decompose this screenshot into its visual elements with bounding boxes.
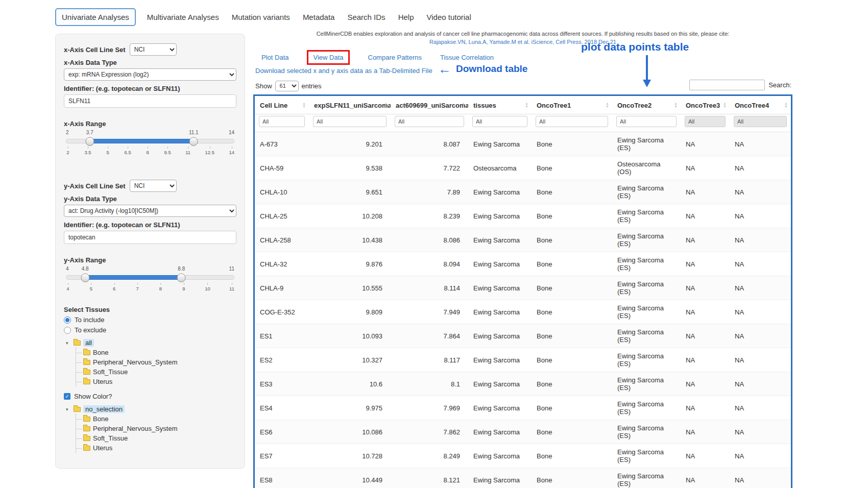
x-cell-line-set-select[interactable]: NCI bbox=[130, 43, 177, 56]
tree-root-label[interactable]: all bbox=[83, 339, 94, 347]
table-row[interactable]: CHLA-910.5558.114Ewing SarcomaBoneEwing … bbox=[255, 276, 791, 300]
table-row[interactable]: ES710.7288.249Ewing SarcomaBoneEwing Sar… bbox=[255, 444, 791, 468]
sort-icon[interactable]: ▲▼ bbox=[784, 102, 788, 108]
table-row[interactable]: COG-E-3529.8097.949Ewing SarcomaBoneEwin… bbox=[255, 300, 791, 324]
nav-tab-metadata[interactable]: Metadata bbox=[301, 9, 336, 26]
table-row[interactable]: A-6739.2018.087Ewing SarcomaBoneEwing Sa… bbox=[255, 132, 791, 156]
tree-item-soft-tissue[interactable]: Soft_Tissue bbox=[76, 433, 236, 443]
sort-icon[interactable]: ▲▼ bbox=[674, 102, 678, 108]
radio-unselected-icon[interactable] bbox=[64, 327, 71, 334]
nav-tab-help[interactable]: Help bbox=[397, 9, 416, 26]
nav-tab-search-ids[interactable]: Search IDs bbox=[346, 9, 387, 26]
annotation-download-label: Download table bbox=[456, 63, 527, 75]
y-range-handle-high[interactable] bbox=[177, 273, 185, 282]
subtab-compare-patterns[interactable]: Compare Patterns bbox=[368, 54, 422, 61]
table-row[interactable]: CHLA-25810.4388.086Ewing SarcomaBoneEwin… bbox=[255, 228, 791, 252]
subtab-tissue-correlation[interactable]: Tissue Correlation bbox=[440, 54, 494, 61]
tree-item-bone[interactable]: Bone bbox=[76, 414, 236, 424]
tissue-include-radio-row[interactable]: To include bbox=[64, 316, 236, 324]
column-filter-cell-line[interactable] bbox=[259, 116, 305, 127]
y-identifier-input[interactable] bbox=[64, 231, 236, 244]
table-cell: 8.1 bbox=[391, 372, 468, 396]
y-range-handle-low[interactable] bbox=[81, 273, 90, 282]
column-header-expslfn11-unisarcoma[interactable]: expSLFN11_uniSarcoma▲▼ bbox=[309, 96, 391, 114]
tree-root-no-selection[interactable]: ▾ no_selection bbox=[66, 404, 236, 414]
table-cell: Ewing Sarcoma (ES) bbox=[612, 204, 681, 228]
column-filter-tissues[interactable] bbox=[472, 116, 527, 127]
column-header-label: OncoTree3 bbox=[686, 102, 720, 109]
column-header-tissues[interactable]: tissues▲▼ bbox=[468, 96, 532, 114]
sort-icon[interactable]: ▲▼ bbox=[462, 102, 465, 108]
table-row[interactable]: CHLA-109.6517.89Ewing SarcomaBoneEwing S… bbox=[255, 180, 791, 204]
table-row[interactable]: ES110.0937.864Ewing SarcomaBoneEwing Sar… bbox=[255, 324, 791, 348]
radio-selected-icon[interactable] bbox=[64, 316, 71, 324]
column-filter-oncotree2[interactable] bbox=[616, 116, 677, 127]
tree-root-all[interactable]: ▾ all bbox=[66, 338, 236, 348]
column-filter-oncotree3[interactable] bbox=[685, 116, 726, 127]
table-row[interactable]: ES49.9757.969Ewing SarcomaBoneEwing Sarc… bbox=[255, 396, 791, 420]
folder-icon bbox=[83, 370, 90, 375]
tree-toggle-icon[interactable]: ▾ bbox=[66, 340, 71, 346]
column-filter-act609699-unisarcoma[interactable] bbox=[395, 116, 464, 127]
column-filter-expslfn11-unisarcoma[interactable] bbox=[313, 116, 387, 127]
show-color-row[interactable]: ✓ Show Color? bbox=[64, 393, 236, 400]
filter-cell bbox=[468, 114, 532, 132]
column-header-oncotree1[interactable]: OncoTree1▲▼ bbox=[532, 96, 612, 114]
y-cell-line-set-select[interactable]: NCI bbox=[130, 180, 177, 192]
column-header-oncotree3[interactable]: OncoTree3▲▼ bbox=[681, 96, 730, 114]
table-row[interactable]: CHA-599.5387.722OsteosarcomaBoneOsteosar… bbox=[255, 156, 791, 180]
nav-tab-univariate-analyses[interactable]: Univariate Analyses bbox=[55, 8, 136, 26]
radio-exclude-label: To exclude bbox=[75, 326, 106, 334]
x-range-handle-high[interactable] bbox=[189, 137, 198, 145]
tree-item-uterus[interactable]: Uterus bbox=[76, 377, 236, 386]
table-cell: Bone bbox=[532, 444, 612, 468]
sort-icon[interactable]: ▲▼ bbox=[723, 102, 727, 108]
tree-toggle-icon[interactable]: ▾ bbox=[66, 407, 71, 412]
column-header-act609699-unisarcoma[interactable]: act609699_uniSarcoma▲▼ bbox=[391, 96, 468, 114]
tree-root-label[interactable]: no_selection bbox=[83, 405, 125, 413]
nav-tab-mutation-variants[interactable]: Mutation variants bbox=[230, 9, 292, 26]
tree-item-uterus[interactable]: Uterus bbox=[76, 443, 236, 453]
show-color-checkbox[interactable]: ✓ bbox=[64, 393, 70, 400]
table-row[interactable]: ES810.4498.121Ewing SarcomaBoneEwing Sar… bbox=[255, 468, 791, 488]
tree-item-peripheral-nervous-system[interactable]: Peripheral_Nervous_System bbox=[76, 424, 236, 433]
subtab-plot-data[interactable]: Plot Data bbox=[261, 54, 288, 61]
column-header-oncotree4[interactable]: OncoTree4▲▼ bbox=[730, 96, 791, 114]
tissue-exclude-radio-row[interactable]: To exclude bbox=[64, 326, 236, 334]
subtab-view-data[interactable]: View Data bbox=[307, 50, 349, 65]
tick-label: 11 bbox=[185, 150, 190, 155]
table-row[interactable]: CHLA-2510.2088.239Ewing SarcomaBoneEwing… bbox=[255, 204, 791, 228]
nav-tab-video-tutorial[interactable]: Video tutorial bbox=[425, 9, 472, 26]
x-range-handle-low[interactable] bbox=[86, 137, 94, 145]
sort-icon[interactable]: ▲▼ bbox=[606, 102, 609, 108]
tree-item-peripheral-nervous-system[interactable]: Peripheral_Nervous_System bbox=[76, 357, 236, 367]
column-filter-oncotree4[interactable] bbox=[734, 116, 787, 127]
y-data-type-select[interactable]: act: Drug Activity (-log10[IC50M]) bbox=[64, 205, 236, 217]
x-identifier-input[interactable] bbox=[64, 94, 236, 108]
tissue-tree-include: ▾ all BonePeripheral_Nervous_SystemSoft_… bbox=[66, 338, 236, 386]
tree-item-soft-tissue[interactable]: Soft_Tissue bbox=[76, 367, 236, 377]
nav-tab-multivariate-analyses[interactable]: Multivariate Analyses bbox=[146, 9, 221, 26]
table-row[interactable]: ES610.0867.862Ewing SarcomaBoneEwing Sar… bbox=[255, 420, 791, 444]
table-row[interactable]: ES310.68.1Ewing SarcomaBoneEwing Sarcoma… bbox=[255, 372, 791, 396]
sort-icon[interactable]: ▲▼ bbox=[384, 102, 388, 108]
table-cell: 8.114 bbox=[391, 276, 468, 300]
column-filter-oncotree1[interactable] bbox=[536, 116, 608, 127]
tree-item-bone[interactable]: Bone bbox=[76, 348, 236, 357]
table-row[interactable]: ES210.3278.117Ewing SarcomaBoneEwing Sar… bbox=[255, 348, 791, 372]
column-header-oncotree2[interactable]: OncoTree2▲▼ bbox=[612, 96, 681, 114]
sort-icon[interactable]: ▲▼ bbox=[525, 102, 528, 108]
column-header-cell-line[interactable]: Cell Line▲▼ bbox=[255, 96, 309, 114]
search-input[interactable] bbox=[689, 80, 765, 90]
x-range-slider[interactable] bbox=[66, 139, 234, 143]
sort-icon[interactable]: ▲▼ bbox=[302, 102, 306, 108]
entries-select[interactable]: 61 bbox=[275, 81, 299, 91]
table-row[interactable]: CHLA-329.8768.094Ewing SarcomaBoneEwing … bbox=[255, 252, 791, 276]
folder-icon bbox=[83, 379, 90, 384]
filter-cell bbox=[309, 114, 391, 132]
tree-item-label: Bone bbox=[93, 415, 108, 423]
data-table-container: Cell Line▲▼expSLFN11_uniSarcoma▲▼act6096… bbox=[253, 94, 792, 488]
y-range-slider[interactable] bbox=[66, 275, 234, 280]
x-data-type-select[interactable]: exp: mRNA Expression (log2) bbox=[64, 68, 236, 81]
citation-link[interactable]: Rajapakse.VN, Luna.A, Yamade.M et al. iS… bbox=[253, 39, 792, 45]
